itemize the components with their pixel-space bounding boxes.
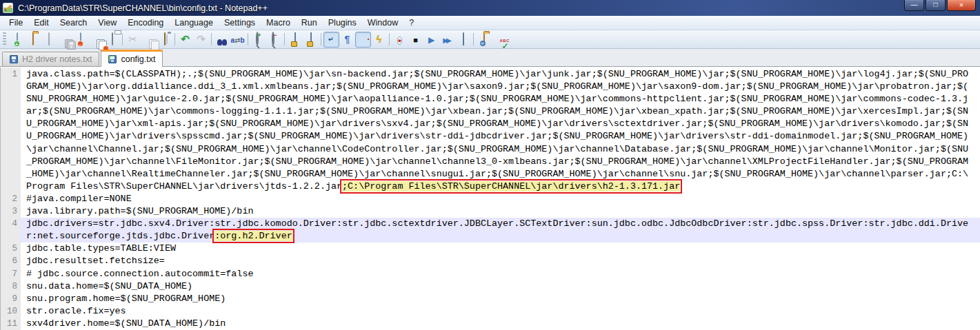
spell-check-button[interactable] (492, 32, 508, 48)
stop-recording-icon: ■ (413, 33, 418, 45)
menu-item-window[interactable]: Window (362, 16, 403, 30)
line-number-blank (1, 105, 17, 118)
word-wrap-button[interactable] (323, 32, 339, 48)
text-segment: jdbc.resultset.fetchsize= (26, 256, 165, 266)
find-button[interactable] (214, 32, 230, 48)
open-in-explorer-button[interactable]: ∞ (476, 32, 492, 48)
run-macro-multiple-times-button[interactable]: ▶▶ (439, 32, 455, 48)
text-row[interactable]: sxv4driver.home=$(SNU_DATA_HOME)/bin (21, 318, 980, 330)
sync-horizontal-scroll-icon (310, 33, 312, 45)
line-number: 8 (1, 280, 17, 293)
undo-button[interactable]: ↶ (177, 32, 193, 48)
save-all-button[interactable] (57, 32, 72, 48)
menu-item-view[interactable]: View (92, 16, 122, 30)
menu-item-macro[interactable]: Macro (261, 16, 296, 30)
notepad-plus-plus-app-icon (3, 3, 13, 13)
show-all-characters-button[interactable]: ¶ (339, 32, 355, 48)
text-row[interactable]: # jdbc.source.connection.autocommit=fals… (21, 268, 980, 280)
playback-macro-button[interactable]: ▶ (423, 32, 439, 48)
line-number-blank (1, 93, 17, 105)
toolbar-grip[interactable] (3, 32, 6, 46)
close-button[interactable]: - (72, 32, 88, 48)
text-row[interactable]: snu.data.home=$(SNU_DATA_HOME) (21, 280, 980, 293)
show-indent-guide-button[interactable] (355, 32, 371, 48)
text-row[interactable]: str.oracle.fix=yes (21, 305, 980, 318)
text-segment: Program Files\STR\SuperCHANNEL\jar\drive… (26, 181, 342, 192)
text-row[interactable]: Program Files\STR\SuperCHANNEL\jar\drive… (21, 181, 980, 193)
undo-icon: ↶ (181, 33, 190, 45)
cut-button[interactable]: ✂ (125, 32, 141, 48)
close-all-button[interactable]: - (88, 32, 104, 48)
sync-vertical-scroll-button[interactable] (287, 32, 303, 48)
text-row[interactable]: U_PROGRAM_HOME)\jar\drivers\spsscmd.jar;… (21, 130, 980, 143)
menu-item-search[interactable]: Search (54, 16, 93, 30)
text-row[interactable]: U_PROGRAM_HOME)\jar\xml-apis.jar;$(SNU_P… (21, 118, 980, 130)
text-segment: snu.program.home=$(SNU_PROGRAM_HOME) (26, 293, 226, 304)
save-icon (48, 33, 50, 45)
text-row[interactable]: _PROGRAM_HOME)\jar\channel\FileMonitor.j… (21, 156, 980, 168)
tab-label: config.txt (121, 54, 155, 64)
code-area[interactable]: java.class.path=$(CLASSPATH);.;$(SNU_PRO… (21, 68, 980, 330)
text-row-current-line[interactable]: r:net.sourceforge.jtds.jdbc.Driver:org.h… (21, 230, 980, 243)
sync-horizontal-scroll-button[interactable] (303, 32, 319, 48)
menu-item-language[interactable]: Language (169, 16, 219, 30)
text-row[interactable]: ar;$(SNU_PROGRAM_HOME)\jar\commons-loggi… (21, 105, 980, 118)
line-number: 10 (1, 305, 17, 318)
text-row[interactable]: GRAM_HOME)\jar\org.ddialliance.ddi_3_1.x… (21, 81, 980, 93)
menu-item-plugins[interactable]: Plugins (323, 16, 362, 30)
text-row[interactable]: java.class.path=$(CLASSPATH);.;$(SNU_PRO… (21, 68, 980, 81)
zoom-out-button[interactable]: − (266, 32, 282, 48)
tab-h2-driver-notes-txt[interactable]: H2 driver notes.txt (2, 52, 99, 66)
menu-item-run[interactable]: Run (296, 16, 323, 30)
paste-icon (164, 33, 166, 45)
paste-button[interactable] (157, 32, 172, 48)
text-segment: U_PROGRAM_HOME)\jar\drivers\spsscmd.jar;… (26, 131, 968, 141)
zoom-in-button[interactable]: + (250, 32, 266, 48)
text-row[interactable]: #java.compiler=NONE (21, 193, 980, 205)
minimize-button[interactable]: — (904, 0, 924, 11)
function-completion-button[interactable]: ϟ (371, 32, 387, 48)
start-recording-button[interactable]: ● (392, 32, 408, 48)
tab-config-txt[interactable]: config.txt (101, 50, 163, 67)
line-number: 6 (1, 255, 17, 267)
line-number-blank (1, 81, 17, 93)
close-icon: - (80, 33, 81, 45)
text-row[interactable]: SNU_PROGRAM_HOME)\jar\guice-2.0.jar;$(SN… (21, 93, 980, 105)
line-number: 7 (1, 268, 17, 280)
print-button[interactable] (104, 32, 120, 48)
toolbar-separator (248, 33, 248, 45)
text-row[interactable]: snu.program.home=$(SNU_PROGRAM_HOME) (21, 293, 980, 305)
text-row[interactable]: \jar\channel\Channel.jar;$(SNU_PROGRAM_H… (21, 143, 980, 156)
menu-item-file[interactable]: File (3, 16, 28, 30)
text-row[interactable]: jdbc.resultset.fetchsize= (21, 255, 980, 267)
menu-item-help[interactable]: ? (403, 16, 419, 30)
stop-recording-button[interactable]: ■ (408, 32, 423, 48)
save-recorded-macro-icon (463, 33, 464, 45)
text-row[interactable]: _HOME)\jar\channel\RealtimeChanneler.jar… (21, 168, 980, 181)
title-bar[interactable]: C:\ProgramData\STR\SuperCHANNEL\bin\conf… (0, 0, 980, 16)
menu-item-encoding[interactable]: Encoding (122, 16, 169, 30)
open-icon (32, 33, 34, 45)
toolbar-separator (211, 33, 212, 45)
text-row[interactable]: java.library.path=$(SNU_PROGRAM_HOME)/bi… (21, 205, 980, 218)
replace-button[interactable]: a⇄b (230, 32, 246, 48)
menu-item-settings[interactable]: Settings (219, 16, 261, 30)
text-editor[interactable]: 1234567891011 java.class.path=$(CLASSPAT… (0, 67, 980, 330)
text-segment: str.oracle.fix=yes (26, 306, 126, 316)
save-button[interactable] (41, 32, 57, 48)
text-segment: _HOME)\jar\channel\RealtimeChanneler.jar… (26, 169, 968, 179)
text-row-current-line[interactable]: jdbc.drivers=str.jdbc.sxv4.Driver:str.jd… (21, 218, 980, 230)
playback-macro-icon: ▶ (428, 33, 434, 45)
cut-icon: ✂ (128, 33, 137, 45)
redo-button[interactable]: ↷ (193, 32, 209, 48)
open-button[interactable] (25, 32, 41, 48)
text-row[interactable]: jdbc.table.types=TABLE:VIEW (21, 243, 980, 255)
redo-icon: ↷ (197, 33, 206, 45)
maximize-button[interactable]: □ (926, 0, 946, 11)
copy-button[interactable] (141, 32, 157, 48)
zoom-out-icon: − (274, 33, 274, 45)
save-recorded-macro-button[interactable] (455, 32, 471, 48)
menu-item-edit[interactable]: Edit (28, 16, 54, 30)
new-file-button[interactable]: + (9, 32, 25, 48)
close-button[interactable]: × (947, 0, 976, 11)
